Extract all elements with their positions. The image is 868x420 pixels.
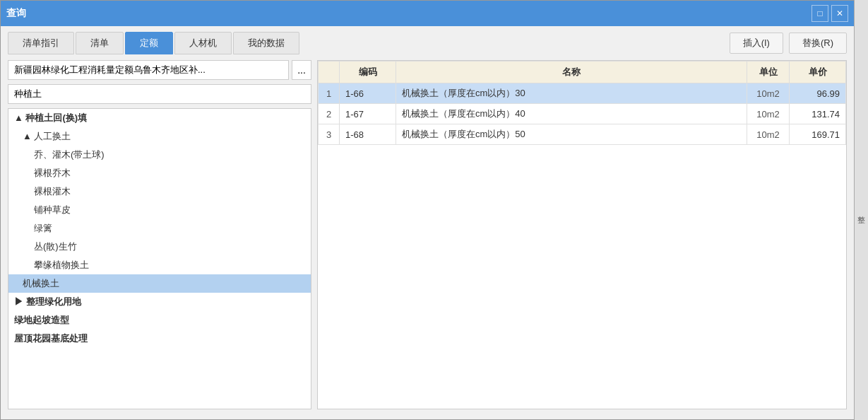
tab-actions: 插入(I) 替换(R) — [730, 33, 847, 54]
close-button[interactable]: ✕ — [831, 5, 848, 22]
filter-input[interactable] — [8, 60, 289, 80]
row-num: 3 — [319, 124, 340, 145]
content-area: ... ▲ 种植土回(换)填▲ 人工换土乔、灌木(带土球)裸根乔木裸根灌木铺种草… — [1, 54, 854, 415]
tab-rencaiji[interactable]: 人材机 — [174, 32, 232, 54]
col-num — [319, 62, 340, 83]
row-num: 2 — [319, 104, 340, 124]
tree-item[interactable]: 绿地起坡造型 — [8, 311, 311, 329]
table-row[interactable]: 1 1-66 机械换土（厚度在cm以内）30 10m2 96.99 — [319, 83, 846, 104]
table-row[interactable]: 3 1-68 机械换土（厚度在cm以内）50 10m2 169.71 — [319, 124, 846, 145]
tree-item[interactable]: 屋顶花园基底处理 — [8, 329, 311, 348]
row-name: 机械换土（厚度在cm以内）40 — [396, 104, 747, 124]
left-panel: ... ▲ 种植土回(换)填▲ 人工换土乔、灌木(带土球)裸根乔木裸根灌木铺种草… — [8, 60, 311, 409]
tree-panel[interactable]: ▲ 种植土回(换)填▲ 人工换土乔、灌木(带土球)裸根乔木裸根灌木铺种草皮绿篱丛… — [8, 108, 311, 409]
row-num: 1 — [319, 83, 340, 104]
tree-item[interactable]: 绿篱 — [8, 219, 311, 238]
tree-item[interactable]: 裸根灌木 — [8, 182, 311, 201]
more-button[interactable]: ... — [292, 60, 311, 80]
row-price: 169.71 — [790, 124, 846, 145]
tab-qingdan-zhiyin[interactable]: 清单指引 — [8, 32, 74, 54]
col-name: 名称 — [396, 62, 747, 83]
tab-qingdan[interactable]: 清单 — [76, 32, 124, 54]
row-unit: 10m2 — [747, 124, 790, 145]
search-input[interactable] — [8, 84, 311, 104]
tree-item[interactable]: 裸根乔木 — [8, 164, 311, 182]
replace-button[interactable]: 替换(R) — [789, 33, 847, 54]
title-bar: 查询 □ ✕ — [1, 1, 854, 26]
tabs-bar: 清单指引 清单 定额 人材机 我的数据 插入(I) 替换(R) — [1, 26, 854, 54]
maximize-button[interactable]: □ — [811, 5, 828, 22]
row-code: 1-68 — [340, 124, 396, 145]
row-unit: 10m2 — [747, 83, 790, 104]
row-unit: 10m2 — [747, 104, 790, 124]
table-row[interactable]: 2 1-67 机械换土（厚度在cm以内）40 10m2 131.74 — [319, 104, 846, 124]
filter-row: ... — [8, 60, 311, 80]
tab-dinge[interactable]: 定额 — [125, 32, 173, 54]
title-bar-buttons: □ ✕ — [811, 5, 848, 22]
row-name: 机械换土（厚度在cm以内）50 — [396, 124, 747, 145]
col-code: 编码 — [340, 62, 396, 83]
col-unit: 单位 — [747, 62, 790, 83]
tab-mydata[interactable]: 我的数据 — [233, 32, 299, 54]
data-table: 编码 名称 单位 单价 1 1-66 机械换土（厚度在cm以内）30 10m2 … — [318, 61, 846, 145]
right-table-panel: 编码 名称 单位 单价 1 1-66 机械换土（厚度在cm以内）30 10m2 … — [317, 60, 847, 409]
right-side-panel: 整 — [854, 0, 868, 420]
tree-item[interactable]: 丛(散)生竹 — [8, 238, 311, 256]
tree-item[interactable]: 攀缘植物换土 — [8, 256, 311, 274]
col-price: 单价 — [790, 62, 846, 83]
row-code: 1-66 — [340, 83, 396, 104]
tree-item[interactable]: 乔、灌木(带土球) — [8, 146, 311, 164]
window-title: 查询 — [6, 7, 26, 20]
row-code: 1-67 — [340, 104, 396, 124]
tree-item[interactable]: 铺种草皮 — [8, 201, 311, 219]
tree-item[interactable]: ▲ 人工换土 — [8, 127, 311, 146]
main-window: 查询 □ ✕ 清单指引 清单 定额 人材机 我的数据 插入(I) 替换(R) .… — [0, 0, 855, 420]
row-price: 131.74 — [790, 104, 846, 124]
row-name: 机械换土（厚度在cm以内）30 — [396, 83, 747, 104]
insert-button[interactable]: 插入(I) — [730, 33, 783, 54]
row-price: 96.99 — [790, 83, 846, 104]
tree-item[interactable]: ▶ 整理绿化用地 — [8, 293, 311, 311]
tree-item[interactable]: 机械换土 — [8, 274, 311, 293]
tree-item[interactable]: ▲ 种植土回(换)填 — [8, 109, 311, 127]
